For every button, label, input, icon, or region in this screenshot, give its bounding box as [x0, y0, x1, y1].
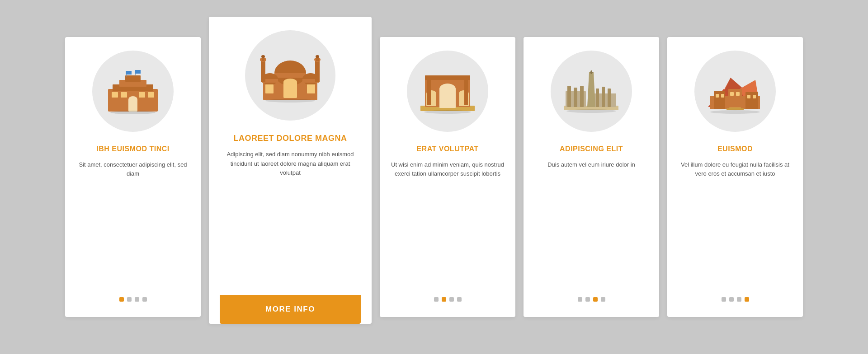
dot — [135, 297, 139, 302]
card-4-dots — [578, 288, 605, 306]
card-1-text: Sit amet, consectetuer adipiscing elit, … — [76, 160, 190, 277]
card-4-title: ADIPISCING ELIT — [560, 144, 623, 154]
dot — [578, 297, 582, 302]
icon-circle-4 — [551, 51, 632, 132]
card-4-text: Duis autem vel eum iriure dolor in — [547, 160, 635, 277]
dot — [601, 297, 605, 302]
svg-rect-9 — [148, 92, 154, 98]
svg-rect-75 — [726, 108, 744, 110]
card-5: EUISMOD Vel illum dolore eu feugiat null… — [667, 37, 803, 317]
arch-icon — [418, 69, 477, 114]
dot — [585, 297, 590, 302]
dot — [142, 297, 147, 302]
icon-circle-1 — [92, 51, 174, 132]
svg-rect-55 — [608, 88, 611, 107]
dot — [127, 297, 132, 302]
dot — [737, 297, 741, 302]
dot — [442, 297, 446, 302]
svg-point-31 — [283, 79, 297, 86]
svg-rect-53 — [596, 88, 599, 107]
icon-circle-5 — [694, 51, 776, 132]
svg-rect-68 — [716, 94, 719, 98]
svg-rect-3 — [125, 75, 141, 82]
svg-rect-45 — [464, 78, 468, 105]
svg-point-5 — [128, 96, 137, 102]
dot — [745, 297, 749, 302]
svg-rect-54 — [602, 87, 605, 107]
svg-rect-44 — [427, 78, 431, 105]
card-4: ADIPISCING ELIT Duis autem vel eum iriur… — [524, 37, 659, 317]
dot — [722, 297, 726, 302]
svg-point-29 — [316, 55, 319, 58]
svg-rect-11 — [126, 71, 132, 75]
svg-marker-58 — [590, 70, 593, 73]
mountain-building-icon — [706, 69, 764, 114]
card-1-dots — [119, 288, 147, 306]
svg-rect-13 — [135, 70, 141, 74]
dot — [593, 297, 598, 302]
dot — [449, 297, 454, 302]
svg-point-25 — [261, 55, 265, 58]
icon-circle-3 — [407, 51, 488, 132]
obelisk-icon — [562, 69, 621, 114]
svg-point-59 — [566, 109, 616, 113]
card-3-title: ERAT VOLUTPAT — [416, 144, 478, 154]
svg-rect-69 — [721, 94, 724, 98]
svg-rect-7 — [121, 92, 127, 98]
svg-rect-72 — [747, 95, 750, 98]
svg-rect-6 — [112, 92, 118, 98]
dot — [729, 297, 734, 302]
card-5-title: EUISMOD — [717, 144, 753, 154]
svg-rect-52 — [580, 86, 584, 107]
svg-rect-66 — [728, 89, 742, 109]
svg-marker-56 — [587, 72, 595, 107]
svg-point-46 — [424, 110, 471, 114]
svg-rect-8 — [139, 92, 145, 98]
card-3-dots — [434, 288, 462, 306]
svg-rect-33 — [307, 84, 315, 93]
svg-rect-70 — [730, 92, 734, 96]
svg-point-34 — [265, 99, 315, 102]
dot — [457, 297, 462, 302]
icon-circle-2 — [245, 30, 335, 121]
card-2-text: Adipiscing elit, sed diam nonummy nibh e… — [220, 150, 361, 284]
svg-rect-22 — [261, 60, 265, 82]
svg-rect-51 — [574, 88, 577, 107]
card-1-title: IBH EUISMOD TINCI — [96, 144, 169, 154]
card-2-featured: LAOREET DOLORE MAGNA Adipiscing elit, se… — [209, 17, 372, 324]
svg-rect-43 — [425, 75, 470, 80]
card-3-text: Ut wisi enim ad minim veniam, quis nostr… — [391, 160, 505, 277]
government-building-icon — [104, 69, 162, 114]
cards-container: IBH EUISMOD TINCI Sit amet, consectetuer… — [38, 12, 830, 342]
svg-point-38 — [439, 84, 456, 94]
svg-rect-73 — [753, 95, 756, 98]
card-1: IBH EUISMOD TINCI Sit amet, consectetuer… — [65, 37, 201, 317]
card-3: ERAT VOLUTPAT Ut wisi enim ad minim veni… — [380, 37, 515, 317]
svg-point-76 — [710, 110, 760, 114]
mosque-icon — [256, 48, 324, 102]
svg-rect-17 — [274, 73, 306, 78]
more-info-button[interactable]: MORE INFO — [220, 295, 361, 324]
dot — [119, 297, 124, 302]
svg-rect-32 — [265, 84, 274, 93]
svg-rect-50 — [567, 86, 571, 107]
svg-rect-67 — [745, 92, 758, 109]
svg-rect-71 — [736, 92, 740, 96]
dot — [434, 297, 439, 302]
card-5-text: Vel illum dolore eu feugiat nulla facili… — [678, 160, 792, 277]
svg-rect-26 — [315, 60, 320, 82]
card-5-dots — [722, 288, 749, 306]
card-2-title: LAOREET DOLORE MAGNA — [234, 133, 347, 144]
